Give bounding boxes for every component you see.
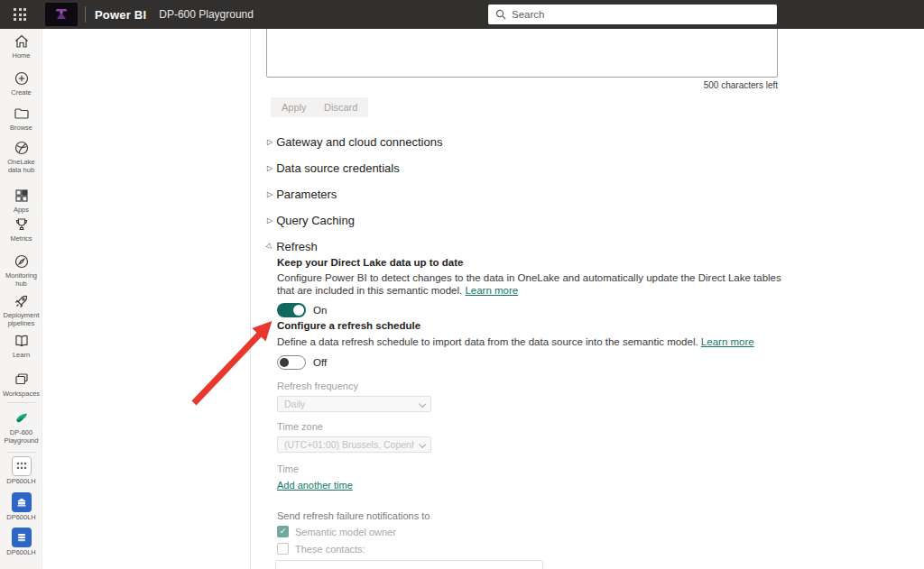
onelake-icon [13,139,31,157]
workspace-green-icon [13,409,31,427]
app-launcher-button[interactable] [5,0,34,29]
sidebar-item-workspace-dp600-playground[interactable]: DP-600 Playground [0,409,42,445]
pane-divider [250,29,251,569]
apps-icon [13,187,31,205]
sidebar-item-dp600lh-semantic-model[interactable]: DP600LH [0,456,42,485]
section-refresh[interactable]: ▷ Refresh [267,239,318,253]
sidebar-item-create[interactable]: Create [0,69,42,96]
nav-label: Create [0,88,42,96]
checkbox-unchecked-icon [277,543,289,555]
sidebar-item-learn[interactable]: Learn [0,332,42,359]
time-label: Time [277,463,299,474]
nav-label: Deployment pipelines [0,311,42,327]
semantic-model-icon [12,456,32,476]
schedule-toggle[interactable] [277,355,306,370]
apply-button[interactable]: Apply [271,97,318,117]
nav-label: Learn [0,351,42,359]
section-query-caching[interactable]: ▷ Query Caching [267,213,355,227]
schedule-toggle-label: Off [313,357,327,368]
sidebar-item-onelake-data-hub[interactable]: OneLake data hub [0,139,42,174]
nav-label: OneLake data hub [0,158,42,174]
sidebar-item-dp600lh-endpoint[interactable]: DP600LH [0,528,42,556]
direct-lake-description-text: Configure Power BI to detect changes to … [277,272,781,296]
schedule-description: Define a data refresh schedule to import… [277,336,782,349]
checkbox-label: Semantic model owner [295,527,396,537]
sidebar-item-deployment-pipelines[interactable]: Deployment pipelines [0,292,42,327]
section-label: Refresh [276,240,318,253]
org-logo-image [51,6,71,23]
chevron-down-icon [419,400,426,408]
character-counter: 500 characters left [266,80,778,90]
nav-label: Browse [0,124,42,132]
section-label: Data source credentials [276,161,400,175]
schedule-heading: Configure a refresh schedule [277,320,420,331]
checkbox-semantic-model-owner[interactable]: ✓ Semantic model owner [277,526,396,537]
app-brand: Power BI [95,8,146,22]
global-search-input[interactable]: Search [488,5,777,24]
section-data-source-credentials[interactable]: ▷ Data source credentials [267,161,400,175]
sql-endpoint-icon [12,528,32,547]
sidebar-item-home[interactable]: Home [0,32,42,60]
nav-label: Home [0,51,42,60]
chevron-right-icon: ▷ [267,216,273,225]
checkbox-these-contacts[interactable]: These contacts: [277,543,365,555]
timezone-value: (UTC+01:00) Brussels, Copenhagen, M [284,439,414,450]
refresh-frequency-value: Daily [284,399,305,409]
nav-label: DP600LH [0,513,42,521]
create-icon [13,69,31,87]
section-gateway-connections[interactable]: ▷ Gateway and cloud connections [267,134,442,149]
direct-lake-toggle-label: On [313,305,327,316]
workspaces-icon [13,371,31,389]
left-nav-rail: Home Create Browse OneLake data hub Apps [0,29,42,569]
section-label: Parameters [276,188,337,201]
nav-label: DP600LH [0,548,42,556]
checkbox-checked-icon: ✓ [277,526,289,537]
chevron-down-icon [419,441,426,448]
lakehouse-icon [12,492,32,512]
section-parameters[interactable]: ▷ Parameters [267,187,337,201]
deployment-pipelines-rocket-icon [13,292,31,310]
discard-button[interactable]: Discard [313,97,368,117]
direct-lake-heading: Keep your Direct Lake data up to date [277,257,463,268]
monitoring-hub-icon [13,252,31,271]
direct-lake-learn-more-link[interactable]: Learn more [465,285,518,296]
workspace-name: DP-600 Playground [159,8,254,21]
sidebar-item-dp600lh-lakehouse[interactable]: DP600LH [0,492,42,521]
powerbi-settings-page: Power BI DP-600 Playground Search Home C… [0,0,924,569]
metrics-trophy-icon [13,216,31,234]
nav-label: Metrics [0,234,42,243]
learn-book-icon [13,332,31,350]
sidebar-item-metrics[interactable]: Metrics [0,216,42,243]
timezone-dropdown[interactable]: (UTC+01:00) Brussels, Copenhagen, M [277,436,431,453]
home-icon [13,32,31,50]
add-another-time-link[interactable]: Add another time [277,480,353,491]
sidebar-item-browse[interactable]: Browse [0,105,42,132]
sidebar-item-apps[interactable]: Apps [0,187,42,214]
timezone-label: Time zone [277,421,323,432]
contacts-people-picker[interactable] [275,560,543,569]
search-placeholder: Search [512,9,544,20]
nav-label: DP-600 Playground [0,428,42,445]
sidebar-item-monitoring-hub[interactable]: Monitoring hub [0,252,42,288]
refresh-frequency-dropdown[interactable]: Daily [277,396,431,412]
nav-label: Workspaces [0,390,42,398]
org-logo[interactable] [45,3,78,26]
direct-lake-description: Configure Power BI to detect changes to … [277,272,782,297]
sidebar-item-workspaces[interactable]: Workspaces [0,371,42,398]
direct-lake-toggle[interactable] [277,303,306,317]
nav-label: Monitoring hub [0,271,42,288]
nav-label: DP600LH [0,477,42,485]
chevron-right-icon: ▷ [267,190,273,198]
browse-folder-icon [13,105,31,123]
top-app-bar: Power BI DP-600 Playground Search [0,0,924,29]
notify-label: Send refresh failure notifications to [277,510,430,521]
schedule-description-text: Define a data refresh schedule to import… [277,336,698,347]
section-label: Gateway and cloud connections [276,135,442,149]
schedule-learn-more-link[interactable]: Learn more [701,336,754,347]
chevron-right-icon: ▷ [267,164,273,172]
topbar-separator [85,6,86,23]
checkbox-label: These contacts: [295,544,365,555]
nav-divider [7,452,35,453]
nav-label: Apps [0,206,42,214]
chevron-expanded-icon: ▷ [265,242,275,252]
